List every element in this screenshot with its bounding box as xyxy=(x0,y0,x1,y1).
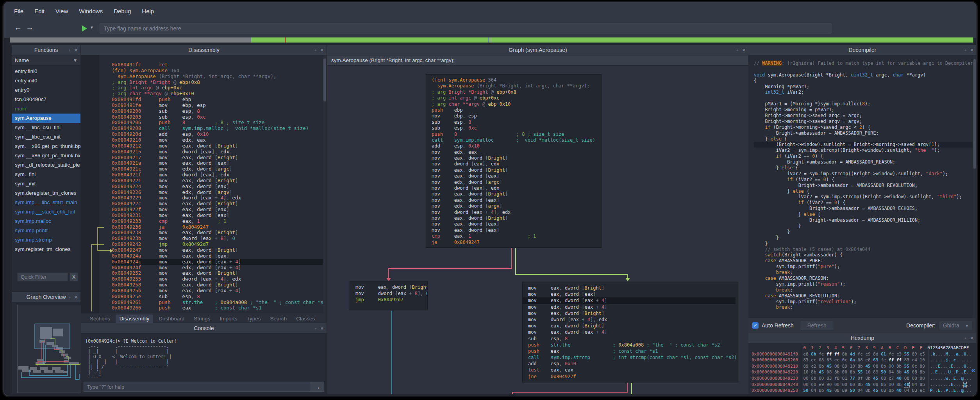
asm-line[interactable]: mov dword [eax], edx xyxy=(432,185,596,191)
code-line[interactable]: Bright->ambassador = AMBASSADOR_REASON; xyxy=(754,159,973,165)
menu-file[interactable]: File xyxy=(14,8,23,14)
asm-line[interactable]: 0x08049255 mov dword [eax + 4], edx xyxy=(112,276,323,282)
tab-sections[interactable]: Sections xyxy=(86,315,114,323)
code-line[interactable]: // WARNING: [r2ghidra] Failed to match t… xyxy=(754,60,973,66)
tab-classes[interactable]: Classes xyxy=(292,315,319,323)
function-item[interactable]: main xyxy=(12,104,80,114)
code-line[interactable]: iVar2 = sym.imp.strcmp((Bright->window).… xyxy=(754,148,973,153)
code-line[interactable]: } else { xyxy=(754,165,973,171)
tab-strings[interactable]: Strings xyxy=(190,315,214,323)
code-line[interactable]: int32_t iVar2; xyxy=(754,89,973,95)
code-line[interactable]: iVar2 = sym.imp.strcmp((Bright->window).… xyxy=(754,194,973,200)
close-icon[interactable]: × xyxy=(74,294,77,300)
quick-filter-clear-button[interactable]: X xyxy=(70,272,78,281)
auto-refresh-checkbox[interactable]: ✓ xyxy=(752,322,759,329)
function-item[interactable]: sym.__x86.get_pc_thunk.bp xyxy=(12,142,80,151)
dock-icon[interactable]: ◦ xyxy=(69,294,71,300)
code-line[interactable]: } else { xyxy=(754,188,973,194)
asm-line[interactable]: call sym.imp.strcmp ; int strcmp(const c… xyxy=(528,354,732,361)
asm-line[interactable]: 0x08049210 mov edx, eax xyxy=(112,137,323,143)
asm-line[interactable]: 0x0804925e sub esp, 8 xyxy=(112,294,323,300)
asm-line[interactable]: mov edx, dword [argv] xyxy=(432,203,596,209)
asm-line[interactable]: mov eax, dword [Bright] xyxy=(432,167,596,173)
asm-line[interactable]: ; arg int argc @ ebp+0xc xyxy=(112,85,323,91)
search-input[interactable] xyxy=(99,23,832,34)
dock-icon[interactable]: ◦ xyxy=(965,47,967,53)
tab-imports[interactable]: Imports xyxy=(216,315,241,323)
asm-line[interactable]: 0x08049215 mov dword [eax], edx xyxy=(112,149,323,155)
code-line[interactable]: { xyxy=(754,78,973,84)
code-line[interactable]: } else { xyxy=(754,212,973,217)
function-item[interactable]: sym._init xyxy=(12,179,80,188)
asm-line[interactable]: 0x08049206 push 8 ; 8 ; size_t size xyxy=(112,120,323,126)
code-line[interactable]: Morning *pMVar1; xyxy=(754,84,973,90)
asm-line[interactable]: 0x08049236 ja 0x8049247 xyxy=(112,224,323,230)
code-line[interactable]: break; xyxy=(754,304,973,310)
asm-line[interactable]: 0x080491fe mov ebp, esp xyxy=(112,103,323,108)
asm-line[interactable]: mov dword [eax + 4], edx xyxy=(528,316,732,323)
asm-line[interactable]: 0x08049266 push eax ; const char *s1 xyxy=(112,305,323,311)
code-line[interactable] xyxy=(754,95,973,101)
code-line[interactable]: Bright->ambassador = AMBASSADOR_PURE; xyxy=(754,130,973,136)
console-input[interactable] xyxy=(84,382,311,392)
asm-line[interactable]: mov eax, dword [Bright] xyxy=(528,310,732,316)
code-line[interactable]: if (iVar2 == 0) { xyxy=(754,153,973,159)
asm-line[interactable]: 0x0804923b mov dword [eax + 8], 0 xyxy=(112,236,323,242)
asm-line[interactable]: add esp, 0x10 xyxy=(528,361,732,367)
asm-line[interactable]: 0x08049224 mov eax, dword [eax] xyxy=(112,184,323,190)
code-line[interactable] xyxy=(754,66,973,72)
asm-line[interactable]: mov eax, dword [Bright] xyxy=(355,284,422,290)
asm-line[interactable]: 0x08049226 mov edx, dword [argv] xyxy=(112,190,323,196)
asm-line[interactable]: (fcn) sym.Aeropause 364 xyxy=(432,77,596,83)
dock-icon[interactable]: ◦ xyxy=(315,47,317,53)
asm-line[interactable]: jne 0x804927f xyxy=(528,373,732,380)
asm-line[interactable]: 0x08049212 mov eax, dword [Bright] xyxy=(112,143,323,149)
menu-view[interactable]: View xyxy=(55,8,68,14)
code-line[interactable]: Bright->morning->saved_argc = argc; xyxy=(754,113,973,119)
code-line[interactable]: sym.imp.printf("pure"); xyxy=(754,264,973,270)
code-line[interactable]: case AMBASSADOR_PURE: xyxy=(754,258,973,264)
seek-bar[interactable] xyxy=(10,37,973,43)
asm-line[interactable]: 0x08049242 jmp 0x80492d7 xyxy=(112,242,323,247)
code-line[interactable]: sym.imp.printf("reason"); xyxy=(754,281,973,287)
asm-line[interactable]: 0x080491fd push ebp xyxy=(112,97,323,103)
code-line[interactable]: switch(Bright->ambassador) { xyxy=(754,252,973,258)
asm-line[interactable]: 0x08049247 mov eax, dword [Bright] xyxy=(112,247,323,253)
menu-help[interactable]: Help xyxy=(142,8,154,14)
function-item[interactable]: entry0 xyxy=(12,85,80,95)
hex-row[interactable]: 0x00000000080491f0 e8 6b fe ff ff 8b 4d … xyxy=(752,351,973,357)
asm-line[interactable]: 0x0804924c mov eax, dword [eax + 4] xyxy=(112,259,323,265)
code-line[interactable]: Bright->ambassador = AMBASSADOR_REVOLUTI… xyxy=(754,183,973,188)
asm-line[interactable]: push str.the ; 0x804a008 ; "the " ; cons… xyxy=(528,342,732,348)
asm-line[interactable]: mov dword [eax], edx xyxy=(432,161,596,167)
decompiler-select[interactable]: Ghidra▾ xyxy=(939,321,973,330)
hex-row[interactable]: 0x0000000008049230 00 8b 00 83 f8 01 77 … xyxy=(752,375,973,382)
menu-edit[interactable]: Edit xyxy=(34,8,45,14)
disassembly-scrollbar[interactable] xyxy=(323,55,327,313)
close-icon[interactable]: × xyxy=(970,335,973,341)
tab-types[interactable]: Types xyxy=(243,315,264,323)
code-line[interactable]: } xyxy=(754,241,973,247)
function-item[interactable]: sym.imp.__libc_start_main xyxy=(12,198,80,207)
asm-line[interactable]: sub esp, 0xc xyxy=(432,125,596,131)
function-item[interactable]: sym.register_tm_clones xyxy=(12,245,80,254)
asm-line[interactable]: mov dword [eax + 4], edx xyxy=(432,210,596,215)
asm-line[interactable]: 0x0804922f mov eax, dword [eax] xyxy=(112,207,323,213)
asm-line[interactable]: ; arg int argc @ ebp+0xc xyxy=(432,95,596,101)
code-line[interactable]: pMVar1 = (Morning *)sym.imp.malloc(8); xyxy=(754,101,973,107)
asm-line[interactable]: push ebp xyxy=(432,107,596,113)
asm-line[interactable]: sym.Aeropause (Bright *Bright, int argc,… xyxy=(112,74,323,80)
back-button[interactable]: ← xyxy=(14,23,22,32)
asm-line[interactable]: test eax, eax xyxy=(528,367,732,373)
function-item[interactable]: sym.__x86.get_pc_thunk.bx xyxy=(12,151,80,160)
asm-line[interactable]: 0x080491fc ret xyxy=(112,62,323,68)
code-line[interactable]: Bright->ambassador = AMBASSADOR_MILLION; xyxy=(754,217,973,223)
graph-node-entry[interactable]: (fcn) sym.Aeropause 364 sym.Aeropause (B… xyxy=(426,74,602,248)
function-item[interactable]: sym.__libc_csu_fini xyxy=(12,123,80,132)
code-line[interactable]: } xyxy=(754,229,973,235)
code-line[interactable]: if (iVar2 == 0) { xyxy=(754,200,973,206)
functions-column-header[interactable]: Name▾ xyxy=(12,55,80,66)
asm-line[interactable]: ja 0x8049247 xyxy=(432,240,596,245)
code-line[interactable]: } xyxy=(754,223,973,229)
asm-line[interactable]: 0x08049233 cmp eax, 1 ; 1 xyxy=(112,219,323,224)
